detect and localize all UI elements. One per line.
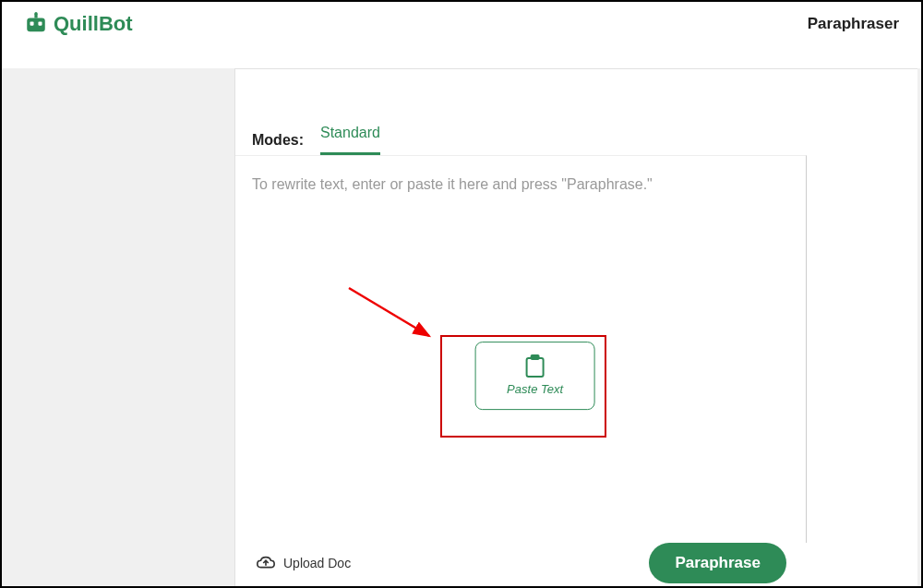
logo[interactable]: QuillBot — [24, 12, 133, 36]
paraphrase-button[interactable]: Paraphrase — [649, 543, 786, 583]
input-placeholder: To rewrite text, enter or paste it here … — [252, 176, 789, 193]
text-input-area[interactable]: To rewrite text, enter or paste it here … — [235, 155, 807, 543]
modes-bar: Modes: Standard — [235, 108, 917, 155]
footer-bar: Upload Doc Paraphrase — [235, 543, 807, 588]
upload-label: Upload Doc — [283, 556, 351, 570]
logo-text: QuillBot — [54, 12, 133, 36]
mode-standard[interactable]: Standard — [320, 125, 380, 155]
content-area: English (US) French Spanish German All ▼… — [2, 68, 921, 588]
upload-doc-button[interactable]: Upload Doc — [256, 555, 351, 571]
quillbot-logo-icon — [24, 12, 48, 36]
svg-rect-6 — [531, 354, 540, 360]
cloud-upload-icon — [256, 555, 276, 571]
clipboard-icon — [524, 354, 546, 378]
paste-label: Paste Text — [507, 382, 563, 396]
svg-rect-1 — [30, 22, 34, 26]
svg-rect-5 — [527, 358, 544, 377]
svg-rect-2 — [38, 22, 42, 26]
app-header: QuillBot Paraphraser — [2, 2, 921, 46]
svg-point-4 — [34, 12, 37, 15]
paste-text-button[interactable]: Paste Text — [475, 342, 595, 410]
main-panel: Modes: Standard To rewrite text, enter o… — [234, 68, 917, 588]
modes-label: Modes: — [252, 132, 304, 149]
page-title: Paraphraser — [808, 15, 899, 33]
svg-rect-0 — [27, 18, 45, 32]
